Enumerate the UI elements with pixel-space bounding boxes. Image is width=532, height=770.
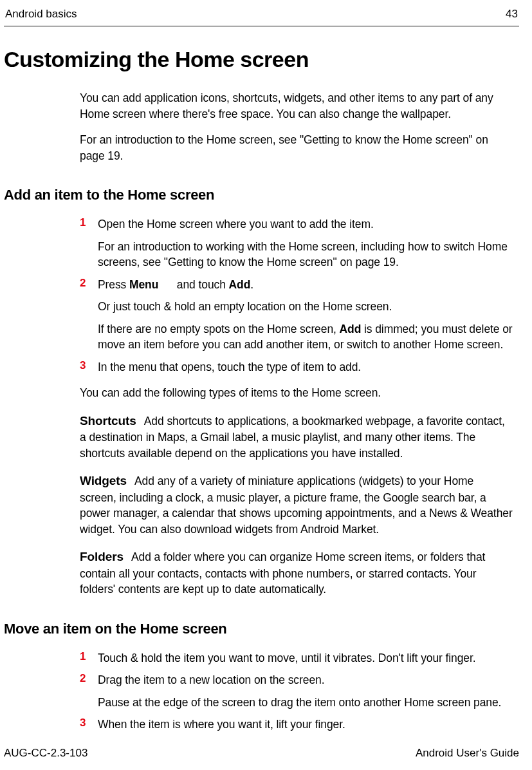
step-2: 2 Drag the item to a new location on the… bbox=[80, 672, 513, 710]
step-text: Touch & hold the item you want to move, … bbox=[98, 650, 513, 666]
step-1: 1 Open the Home screen where you want to… bbox=[80, 216, 513, 270]
header-rule bbox=[4, 26, 519, 26]
widgets-text: Add any of a variety of miniature applic… bbox=[80, 474, 513, 536]
shortcuts-text: Add shortcuts to applications, a bookmar… bbox=[80, 415, 505, 460]
section2-content: 1 Touch & hold the item you want to move… bbox=[80, 650, 513, 733]
step-body: Press Menu and touch Add. Or just touch … bbox=[98, 277, 513, 353]
section1-content: 1 Open the Home screen where you want to… bbox=[80, 216, 513, 597]
step-3: 3 When the item is where you want it, li… bbox=[80, 717, 513, 733]
step-body: Drag the item to a new location on the s… bbox=[98, 672, 513, 710]
step-text-mid: and touch bbox=[174, 278, 229, 291]
step-sub: Pause at the edge of the screen to drag … bbox=[98, 695, 513, 711]
step-text-prefix: Press bbox=[98, 278, 129, 291]
step-number: 1 bbox=[80, 216, 98, 270]
header-page-number: 43 bbox=[506, 8, 518, 21]
folders-text: Add a folder where you can organize Home… bbox=[80, 550, 485, 596]
widgets-label: Widgets bbox=[80, 474, 127, 487]
widgets-definition: WidgetsAdd any of a variety of miniature… bbox=[80, 473, 513, 537]
step-text: In the menu that opens, touch the type o… bbox=[98, 359, 513, 375]
intro-block: You can add application icons, shortcuts… bbox=[80, 90, 513, 164]
shortcuts-definition: ShortcutsAdd shortcuts to applications, … bbox=[80, 413, 513, 462]
after-steps-paragraph: You can add the following types of items… bbox=[80, 385, 513, 401]
page-header: Android basics 43 bbox=[4, 8, 519, 21]
step-number: 3 bbox=[80, 717, 98, 733]
step-text: When the item is where you want it, lift… bbox=[98, 717, 513, 733]
menu-label: Menu bbox=[129, 278, 158, 291]
step-2: 2 Press Menu and touch Add. Or just touc… bbox=[80, 277, 513, 353]
shortcuts-label: Shortcuts bbox=[80, 414, 136, 427]
step-body: Open the Home screen where you want to a… bbox=[98, 216, 513, 270]
header-section: Android basics bbox=[5, 8, 77, 21]
add-label: Add bbox=[229, 278, 251, 291]
intro-paragraph-2: For an introduction to the Home screen, … bbox=[80, 132, 513, 164]
step-number: 2 bbox=[80, 277, 98, 353]
page-footer: AUG-CC-2.3-103 Android User's Guide bbox=[4, 747, 519, 760]
step-number: 2 bbox=[80, 672, 98, 710]
step-1: 1 Touch & hold the item you want to move… bbox=[80, 650, 513, 666]
page-title: Customizing the Home screen bbox=[4, 47, 519, 72]
footer-guide-name: Android User's Guide bbox=[416, 747, 519, 760]
step-sub: For an introduction to working with the … bbox=[98, 239, 513, 270]
step-sub-1: Or just touch & hold an empty location o… bbox=[98, 299, 513, 315]
step-text-suffix: . bbox=[250, 278, 253, 291]
section-heading-move-item: Move an item on the Home screen bbox=[4, 621, 519, 637]
footer-doc-id: AUG-CC-2.3-103 bbox=[4, 747, 87, 760]
step-text: Drag the item to a new location on the s… bbox=[98, 673, 324, 686]
step-number: 3 bbox=[80, 359, 98, 375]
step-3: 3 In the menu that opens, touch the type… bbox=[80, 359, 513, 375]
menu-icon bbox=[163, 281, 172, 289]
folders-label: Folders bbox=[80, 550, 124, 563]
folders-definition: FoldersAdd a folder where you can organi… bbox=[80, 549, 513, 597]
step-text: Open the Home screen where you want to a… bbox=[98, 218, 374, 230]
add-dimmed-label: Add bbox=[340, 323, 362, 335]
intro-paragraph-1: You can add application icons, shortcuts… bbox=[80, 90, 513, 122]
step-sub-2: If there are no empty spots on the Home … bbox=[98, 321, 513, 353]
step-number: 1 bbox=[80, 650, 98, 666]
section-heading-add-item: Add an item to the Home screen bbox=[4, 187, 519, 203]
